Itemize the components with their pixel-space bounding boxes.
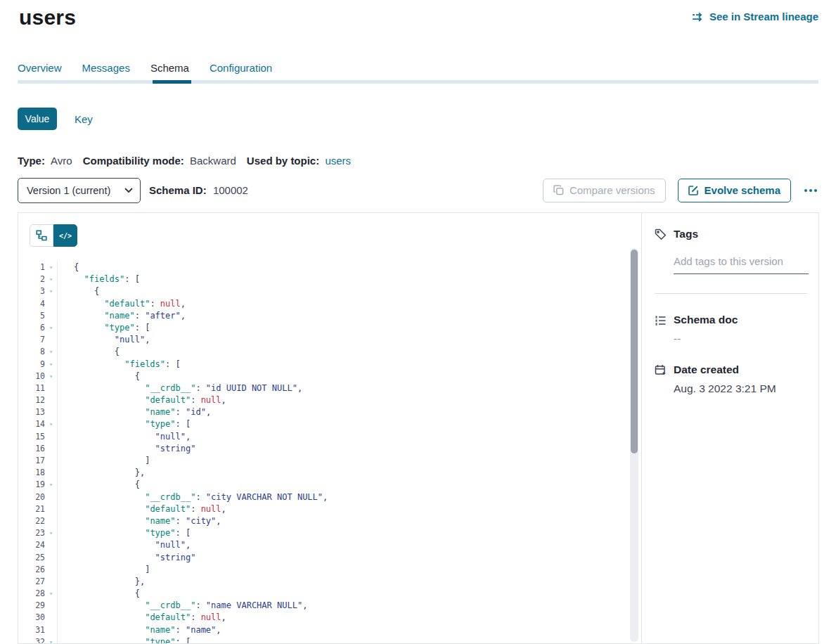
code-text: {: [58, 479, 140, 491]
code-line: 5 "name": "after",: [18, 310, 641, 322]
fold-icon: [45, 612, 58, 624]
tab-messages[interactable]: Messages: [82, 62, 130, 74]
used-by-topic-link[interactable]: users: [325, 155, 351, 167]
line-number: 24: [18, 539, 45, 551]
compare-versions-button[interactable]: Compare versions: [543, 179, 666, 202]
code-text: "null",: [58, 431, 191, 443]
code-text: "__crdb__": "name VARCHAR NULL",: [58, 600, 307, 612]
fold-icon: [45, 539, 58, 551]
code-text: "default": null,: [58, 298, 186, 310]
fold-icon: [45, 394, 58, 406]
line-number: 25: [18, 552, 45, 564]
code-text: "name": "after",: [58, 310, 186, 322]
fold-icon[interactable]: ▾: [45, 588, 58, 600]
fold-icon[interactable]: ▾: [45, 346, 58, 358]
line-number: 4: [18, 298, 45, 310]
editor-scrollbar-track[interactable]: [630, 248, 638, 642]
editor-view-toggle: </>: [30, 224, 77, 247]
schema-id-value: 100002: [213, 184, 248, 196]
tab-configuration[interactable]: Configuration: [210, 62, 272, 74]
key-toggle-button[interactable]: Key: [75, 113, 93, 125]
fold-icon[interactable]: ▾: [45, 371, 58, 382]
line-number: 5: [18, 310, 45, 322]
fold-icon[interactable]: ▾: [45, 285, 58, 297]
code-view-button[interactable]: </>: [53, 224, 77, 247]
fold-icon: [45, 515, 58, 527]
fold-icon: [45, 298, 58, 310]
fold-icon[interactable]: ▾: [45, 418, 58, 430]
code-line: 31 "name": "name",: [18, 624, 641, 636]
code-line: 15 "null",: [18, 431, 641, 443]
fold-icon[interactable]: ▾: [45, 479, 58, 491]
see-in-stream-lineage-link[interactable]: See in Stream lineage: [692, 11, 818, 22]
code-text: "type": [: [58, 527, 191, 539]
lineage-link-label: See in Stream lineage: [709, 11, 818, 22]
schema-sidebar: Tags Schema doc --: [642, 213, 818, 643]
line-number: 15: [18, 431, 45, 443]
tab-underline-active: [153, 80, 191, 84]
code-text: "name": "id",: [58, 406, 211, 418]
line-number: 23: [18, 527, 45, 539]
code-line: 22 "name": "city",: [18, 515, 641, 527]
code-text: "default": null,: [58, 612, 226, 624]
compare-versions-label: Compare versions: [570, 184, 655, 196]
date-created-heading-label: Date created: [674, 363, 739, 376]
tags-heading-label: Tags: [674, 228, 698, 240]
type-label: Type:: [18, 155, 45, 167]
schema-doc-value: --: [674, 333, 809, 345]
date-created-heading: Date created: [655, 363, 809, 376]
line-number: 2: [18, 273, 45, 285]
line-number: 9: [18, 359, 45, 371]
version-toolbar: Version 1 (current) Schema ID: 100002 Co…: [18, 177, 818, 203]
evolve-icon: [688, 185, 699, 195]
tree-view-icon: [36, 230, 47, 241]
fold-icon: [45, 576, 58, 588]
fold-icon[interactable]: ▾: [45, 262, 58, 273]
code-text: "string": [58, 443, 195, 455]
fold-icon: [45, 431, 58, 443]
code-line: 26 ]: [18, 564, 641, 576]
more-options-button[interactable]: [803, 186, 818, 195]
code-text: "fields": [: [58, 273, 140, 285]
line-number: 6: [18, 322, 45, 334]
line-number: 22: [18, 515, 45, 527]
add-tags-input[interactable]: [674, 255, 809, 274]
code-line: 14▾ "type": [: [18, 418, 641, 430]
code-line: 4 "default": null,: [18, 298, 641, 310]
line-number: 32: [18, 636, 45, 643]
fold-icon[interactable]: ▾: [45, 527, 58, 539]
sidebar-divider: [655, 293, 807, 294]
code-line: 16 "string": [18, 443, 641, 455]
code-line: 13 "name": "id",: [18, 406, 641, 418]
fold-icon[interactable]: ▾: [45, 359, 58, 371]
page-title: users: [19, 6, 76, 30]
fold-icon: [45, 552, 58, 564]
code-text: "name": "name",: [58, 624, 221, 636]
fold-icon[interactable]: ▾: [45, 636, 58, 643]
line-number: 14: [18, 418, 45, 430]
version-select[interactable]: Version 1 (current): [18, 178, 141, 203]
fold-icon: [45, 406, 58, 418]
schema-code-editor: </> 1▾{2▾ "fields": [3▾ {4 "default": nu…: [18, 213, 642, 643]
schema-id-label: Schema ID:: [149, 184, 207, 196]
code-line: 25 "string": [18, 552, 641, 564]
code-text: "fields": [: [58, 359, 181, 371]
calendar-plus-icon: [655, 364, 667, 376]
fold-icon: [45, 310, 58, 322]
tag-icon: [655, 228, 667, 240]
fold-icon[interactable]: ▾: [45, 322, 58, 334]
fold-icon[interactable]: ▾: [45, 273, 58, 285]
value-toggle-button[interactable]: Value: [18, 108, 57, 130]
fold-icon: [45, 382, 58, 394]
tags-section-heading: Tags: [655, 228, 809, 240]
value-key-toggle: Value Key: [18, 108, 93, 130]
code-text: "type": [: [58, 322, 150, 334]
fold-icon: [45, 503, 58, 515]
tree-view-button[interactable]: [30, 224, 53, 247]
list-icon: [655, 314, 667, 326]
editor-scrollbar-thumb[interactable]: [631, 250, 638, 453]
tab-schema[interactable]: Schema: [150, 62, 189, 74]
evolve-schema-button[interactable]: Evolve schema: [678, 179, 791, 202]
code-line: 24 "null",: [18, 539, 641, 551]
tab-overview[interactable]: Overview: [18, 62, 62, 74]
